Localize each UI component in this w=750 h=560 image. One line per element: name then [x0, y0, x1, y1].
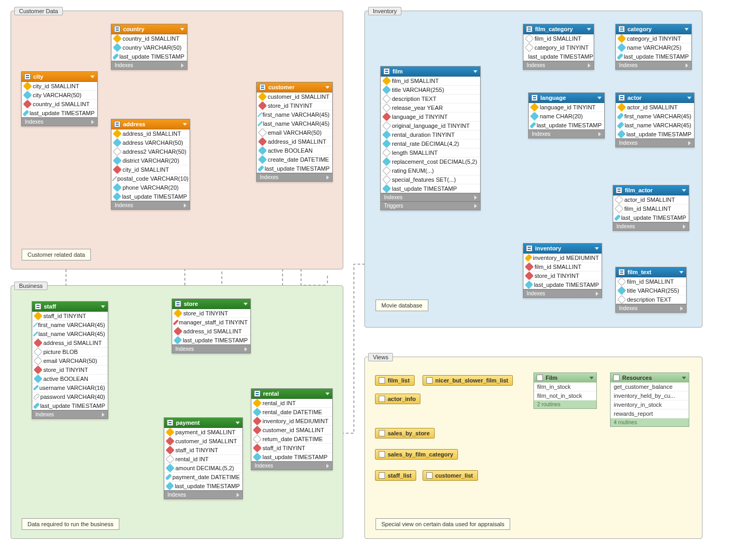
view-customer-list[interactable]: customer_list: [423, 470, 478, 481]
routine-group-film[interactable]: Film film_in_stock film_not_in_stock 2 r…: [533, 372, 597, 409]
table-column[interactable]: title VARCHAR(255): [616, 286, 686, 295]
table-column[interactable]: film_id SMALLINT: [613, 204, 689, 213]
table-column[interactable]: inventory_id MEDIUMINT: [523, 254, 602, 263]
chevron-down-icon[interactable]: [325, 86, 330, 89]
table-column[interactable]: address_id SMALLINT: [172, 327, 250, 336]
indexes-footer[interactable]: Indexes: [111, 201, 190, 209]
table-column[interactable]: release_year YEAR: [381, 104, 480, 113]
table-header[interactable]: customer: [257, 82, 332, 92]
table-column[interactable]: payment_date DATETIME: [164, 473, 242, 482]
table-inventory[interactable]: inventoryinventory_id MEDIUMINTfilm_id S…: [523, 243, 602, 298]
routine-item[interactable]: inventory_held_by_cu...: [611, 391, 689, 400]
table-column[interactable]: customer_id SMALLINT: [164, 437, 242, 446]
table-column[interactable]: country_id SMALLINT: [111, 34, 187, 43]
table-column[interactable]: manager_staff_id TINYINT: [172, 318, 250, 327]
table-header[interactable]: country: [111, 24, 187, 34]
table-column[interactable]: title VARCHAR(255): [381, 86, 480, 95]
indexes-footer[interactable]: Indexes: [172, 344, 250, 353]
table-column[interactable]: inventory_id MEDIUMINT: [251, 417, 332, 426]
table-column[interactable]: address_id SMALLINT: [257, 137, 332, 146]
table-column[interactable]: staff_id TINYINT: [164, 446, 242, 455]
table-header[interactable]: city: [22, 72, 97, 82]
table-column[interactable]: last_update TIMESTAMP: [381, 184, 480, 193]
view-nicer-but-slower-film-list[interactable]: nicer_but_slower_film_list: [423, 375, 513, 386]
chevron-down-icon[interactable]: [90, 76, 95, 78]
table-category[interactable]: categorycategory_id TINYINTname VARCHAR(…: [615, 24, 692, 70]
table-column[interactable]: first_name VARCHAR(45): [32, 321, 108, 330]
chevron-down-icon[interactable]: [243, 303, 248, 305]
chevron-down-icon[interactable]: [587, 28, 591, 31]
table-column[interactable]: last_update TIMESTAMP: [529, 121, 604, 129]
table-column[interactable]: store_id TINYINT: [32, 366, 108, 375]
indexes-footer[interactable]: Indexes: [164, 490, 242, 499]
table-column[interactable]: picture BLOB: [32, 348, 108, 357]
table-column[interactable]: last_update TIMESTAMP: [111, 52, 187, 61]
view-sales-by-film-category[interactable]: sales_by_film_category: [375, 449, 458, 460]
table-column[interactable]: category_id TINYINT: [616, 34, 691, 43]
table-actor[interactable]: actoractor_id SMALLINTfirst_name VARCHAR…: [615, 92, 695, 147]
chevron-down-icon[interactable]: [183, 123, 187, 126]
table-column[interactable]: username VARCHAR(16): [32, 384, 108, 393]
chevron-down-icon[interactable]: [101, 305, 105, 308]
table-column[interactable]: country VARCHAR(50): [111, 43, 187, 52]
table-column[interactable]: last_update TIMESTAMP: [613, 213, 689, 222]
table-column[interactable]: phone VARCHAR(20): [111, 183, 190, 192]
table-column[interactable]: film_id SMALLINT: [523, 34, 594, 43]
table-column[interactable]: language_id TINYINT: [529, 103, 604, 112]
table-column[interactable]: rental_duration TINYINT: [381, 130, 480, 139]
table-city[interactable]: citycity_id SMALLINTcity VARCHAR(50)coun…: [21, 71, 98, 126]
table-column[interactable]: password VARCHAR(40): [32, 393, 108, 402]
table-column[interactable]: first_name VARCHAR(45): [257, 110, 332, 119]
chevron-down-icon[interactable]: [473, 70, 477, 73]
table-column[interactable]: last_update TIMESTAMP: [251, 453, 332, 461]
indexes-footer[interactable]: Indexes: [613, 222, 689, 230]
table-header[interactable]: inventory: [523, 244, 602, 254]
table-column[interactable]: address VARCHAR(50): [111, 138, 190, 147]
routine-item[interactable]: inventory_in_stock: [611, 400, 689, 409]
table-payment[interactable]: paymentpayment_id SMALLINTcustomer_id SM…: [164, 417, 243, 499]
table-column[interactable]: last_name VARCHAR(45): [257, 119, 332, 128]
table-header[interactable]: actor: [616, 93, 694, 103]
table-column[interactable]: city_id SMALLINT: [111, 165, 190, 174]
indexes-footer[interactable]: Indexes: [257, 173, 332, 181]
routine-item[interactable]: film_not_in_stock: [534, 391, 596, 400]
table-column[interactable]: last_update TIMESTAMP: [22, 109, 97, 117]
indexes-footer[interactable]: Indexes: [32, 410, 108, 418]
table-column[interactable]: last_update TIMESTAMP: [616, 130, 694, 138]
table-film[interactable]: filmfilm_id SMALLINTtitle VARCHAR(255)de…: [380, 66, 481, 210]
table-column[interactable]: actor_id SMALLINT: [613, 195, 689, 204]
indexes-footer[interactable]: Indexes: [616, 138, 694, 147]
table-rental[interactable]: rentalrental_id INTrental_date DATETIMEi…: [251, 388, 333, 470]
table-column[interactable]: payment_id SMALLINT: [164, 428, 242, 437]
table-column[interactable]: city VARCHAR(50): [22, 91, 97, 100]
table-column[interactable]: last_update TIMESTAMP: [111, 192, 190, 201]
chevron-down-icon[interactable]: [597, 97, 602, 99]
routine-item[interactable]: film_in_stock: [534, 382, 596, 391]
indexes-footer[interactable]: Indexes: [523, 289, 602, 297]
table-column[interactable]: language_id TINYINT: [381, 113, 480, 122]
table-column[interactable]: district VARCHAR(20): [111, 156, 190, 165]
table-column[interactable]: last_update TIMESTAMP: [616, 52, 691, 61]
chevron-down-icon[interactable]: [236, 422, 240, 424]
table-column[interactable]: staff_id TINYINT: [32, 312, 108, 321]
triggers-footer[interactable]: Triggers: [381, 201, 480, 210]
table-film-text[interactable]: film_textfilm_id SMALLINTtitle VARCHAR(2…: [615, 267, 687, 313]
view-actor-info[interactable]: actor_info: [375, 394, 420, 404]
table-column[interactable]: film_id SMALLINT: [616, 277, 686, 286]
er-diagram-canvas[interactable]: Customer Data Customer related data Busi…: [5, 5, 750, 560]
table-store[interactable]: storestore_id TINYINTmanager_staff_id TI…: [172, 298, 251, 353]
table-column[interactable]: last_update TIMESTAMP: [257, 164, 332, 173]
table-column[interactable]: email VARCHAR(50): [257, 128, 332, 137]
table-customer[interactable]: customercustomer_id SMALLINTstore_id TIN…: [256, 82, 333, 182]
table-column[interactable]: rental_date DATETIME: [251, 408, 332, 417]
table-film-actor[interactable]: film_actoractor_id SMALLINTfilm_id SMALL…: [613, 185, 689, 231]
table-column[interactable]: category_id TINYINT: [523, 43, 594, 52]
table-column[interactable]: store_id TINYINT: [523, 272, 602, 281]
table-film-category[interactable]: film_categoryfilm_id SMALLINTcategory_id…: [523, 24, 594, 70]
indexes-footer[interactable]: Indexes: [523, 61, 594, 69]
indexes-footer[interactable]: Indexes: [616, 304, 686, 312]
table-column[interactable]: last_update TIMESTAMP: [523, 281, 602, 289]
table-header[interactable]: film_actor: [613, 185, 689, 195]
table-column[interactable]: replacement_cost DECIMAL(5,2): [381, 157, 480, 166]
table-column[interactable]: last_name VARCHAR(45): [32, 330, 108, 339]
